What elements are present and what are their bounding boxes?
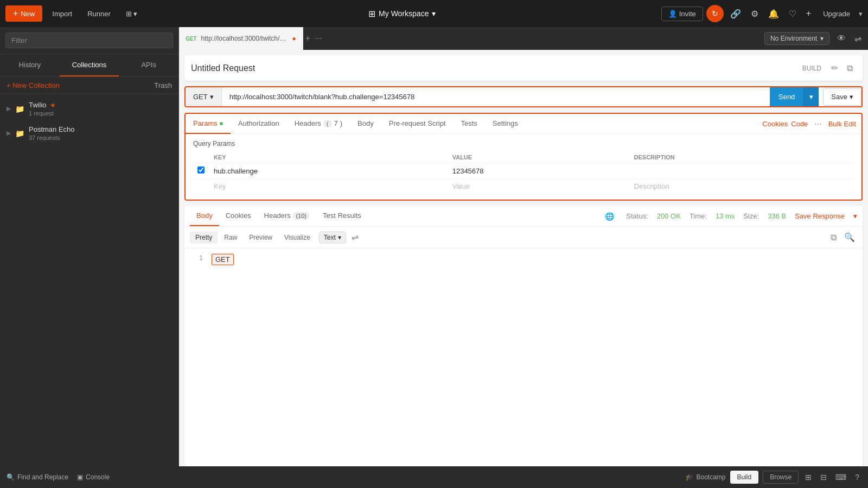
new-collection-button[interactable]: + New Collection <box>7 81 60 89</box>
search-response-btn[interactable]: 🔍 <box>842 230 857 245</box>
more-tabs-button[interactable]: ··· <box>312 31 324 46</box>
sidebar-tabs: History Collections APIs <box>0 54 178 77</box>
response-tab-cookies[interactable]: Cookies <box>219 206 258 226</box>
send-button[interactable]: Send <box>770 87 803 106</box>
col-value-header: VALUE <box>448 152 630 163</box>
desc-placeholder: Description <box>630 179 854 194</box>
upgrade-button[interactable]: Upgrade <box>818 7 856 21</box>
sidebar-tab-collections[interactable]: Collections <box>60 54 119 76</box>
body-tab-visualize[interactable]: Visualize <box>279 232 316 243</box>
params-tab-tests[interactable]: Tests <box>453 114 484 134</box>
time-value: 13 ms <box>716 212 735 220</box>
invite-button[interactable]: 👤 Invite <box>661 7 703 21</box>
response-tab-test-results[interactable]: Test Results <box>316 206 368 226</box>
body-tab-raw[interactable]: Raw <box>219 232 242 243</box>
workspace-selector[interactable]: ⊞ My Workspace ▾ <box>363 5 441 22</box>
eye-icon-btn[interactable]: 👁 <box>834 30 849 47</box>
runner-button[interactable]: Runner <box>82 7 116 21</box>
bell-icon-btn[interactable]: 🔔 <box>765 5 782 22</box>
status-label: Status: <box>626 212 648 220</box>
collection-name: Postman Echo <box>29 125 172 133</box>
collection-info: Twilio ★ 1 request <box>29 101 172 117</box>
params-tab-settings[interactable]: Settings <box>485 114 526 134</box>
body-type-chevron: ▾ <box>338 234 341 241</box>
heart-icon-btn[interactable]: ♡ <box>786 5 800 22</box>
build-button[interactable]: Build <box>730 471 759 484</box>
layout-button[interactable]: ⊞ ▾ <box>120 7 143 21</box>
folder-icon: 📁 <box>15 105 24 113</box>
tab-bar: GET http://localhost:3000/twitch/bla... … <box>179 27 868 50</box>
save-response-button[interactable]: Save Response <box>795 212 845 220</box>
sidebar-tab-history[interactable]: History <box>0 54 60 76</box>
settings2-icon-btn[interactable]: ⇌ <box>851 30 865 47</box>
value-placeholder: Value <box>448 179 630 194</box>
code-link[interactable]: Code <box>791 120 808 128</box>
body-type-select[interactable]: Text ▾ <box>319 232 346 243</box>
response-tab-body[interactable]: Body <box>190 206 219 226</box>
col-desc-header: DESCRIPTION <box>630 152 854 163</box>
headers-label: Headers <box>295 119 321 127</box>
more-options-btn[interactable]: ··· <box>811 116 825 132</box>
params-tab-authorization[interactable]: Authorization <box>231 114 287 134</box>
trash-button[interactable]: Trash <box>154 81 172 89</box>
workspace-icon: ⊞ <box>368 9 375 19</box>
params-tab-body[interactable]: Body <box>350 114 381 134</box>
copy-response-btn[interactable]: ⧉ <box>828 230 839 245</box>
console-button[interactable]: ▣ Console <box>77 473 110 481</box>
plus-icon-btn[interactable]: + <box>803 5 814 22</box>
params-table: KEY VALUE DESCRIPTION hub.challenge 1234… <box>193 152 854 194</box>
edit-icon-btn[interactable]: ✏ <box>828 60 841 76</box>
response-tab-headers[interactable]: Headers (10) <box>258 206 316 226</box>
desc-cell <box>630 163 854 179</box>
find-replace-button[interactable]: 🔍 Find and Replace <box>7 473 68 481</box>
layout1-icon-btn[interactable]: ⊞ <box>803 471 814 484</box>
cookies-link[interactable]: Cookies <box>762 120 788 128</box>
params-tab-params[interactable]: Params <box>186 114 231 134</box>
bulk-edit-button[interactable]: Bulk Edit <box>828 120 856 128</box>
layout2-icon-btn[interactable]: ⊟ <box>818 471 829 484</box>
bootcamp-label: Bootcamp <box>696 473 725 481</box>
save-button[interactable]: Save ▾ <box>823 88 861 106</box>
list-item[interactable]: ▶ 📁 Twilio ★ 1 request <box>0 97 178 121</box>
response-content: 1 GET <box>184 248 863 466</box>
find-replace-label: Find and Replace <box>17 473 68 481</box>
method-select[interactable]: GET ▾ <box>186 87 222 106</box>
row-checkbox[interactable] <box>197 166 205 174</box>
copy-icon-btn[interactable]: ⧉ <box>844 60 856 76</box>
help-icon-btn[interactable]: ? <box>853 471 861 484</box>
new-button[interactable]: + New <box>5 5 42 22</box>
browse-button[interactable]: Browse <box>763 471 799 484</box>
list-item[interactable]: ▶ 📁 Postman Echo 37 requests <box>0 121 178 145</box>
query-params-title: Query Params <box>193 140 854 147</box>
send-dropdown-button[interactable]: ▾ <box>803 87 819 106</box>
params-tab-pre-request[interactable]: Pre-request Script <box>381 114 454 134</box>
bottom-right: 🎓 Bootcamp Build Browse ⊞ ⊟ ⌨ ? <box>685 471 861 484</box>
bootcamp-button[interactable]: 🎓 Bootcamp <box>685 473 725 481</box>
headers-badge: (10) <box>292 212 310 220</box>
url-input[interactable] <box>222 87 770 106</box>
settings-icon-btn[interactable]: ⚙ <box>748 5 762 22</box>
import-button[interactable]: Import <box>47 7 78 21</box>
link-icon-btn[interactable]: 🔗 <box>727 5 744 22</box>
body-tab-pretty[interactable]: Pretty <box>190 232 218 243</box>
env-chevron: ▾ <box>820 35 824 42</box>
sidebar-tab-apis[interactable]: APIs <box>119 54 178 76</box>
params-tabs: Params Authorization Headers (7) Body Pr… <box>186 114 861 134</box>
env-label: No Environment <box>770 35 817 42</box>
col-checkbox <box>193 152 209 163</box>
search-input[interactable] <box>5 33 173 48</box>
keyboard-icon-btn[interactable]: ⌨ <box>833 471 848 484</box>
chevron-icon: ▶ <box>7 105 11 112</box>
wrap-icon-btn[interactable]: ⇌ <box>349 230 361 245</box>
avatar: ↻ <box>706 5 724 22</box>
request-tab[interactable]: GET http://localhost:3000/twitch/bla... … <box>179 27 303 50</box>
value-cell: 12345678 <box>448 163 630 179</box>
params-label: Params <box>193 119 218 127</box>
request-header: Untitled Request BUILD ✏ ⧉ <box>184 55 863 81</box>
add-tab-button[interactable]: + <box>303 31 312 46</box>
params-tab-headers[interactable]: Headers (7) <box>287 114 350 134</box>
environment-selector[interactable]: No Environment ▾ <box>764 32 829 45</box>
collection-sub: 1 request <box>29 110 172 117</box>
body-tab-preview[interactable]: Preview <box>244 232 278 243</box>
globe-icon-btn[interactable]: 🌐 <box>602 209 617 224</box>
